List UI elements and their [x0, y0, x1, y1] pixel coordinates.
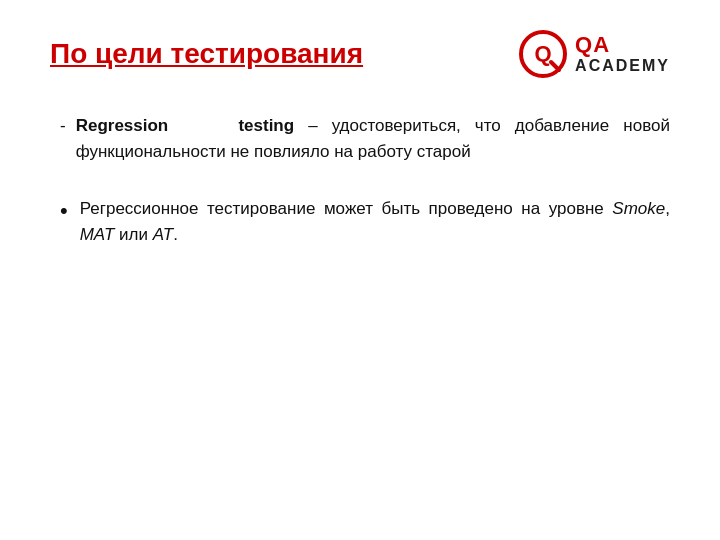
period: .: [173, 225, 178, 244]
bullet-dash-1: -: [60, 113, 66, 166]
mat-label: MAT: [80, 225, 115, 244]
bullet-item-2: • Регрессионное тестирование может быть …: [60, 196, 670, 249]
comma-sep: ,: [665, 199, 670, 218]
dash-separator: –: [308, 116, 331, 135]
text-block-2: Регрессионное тестирование может быть пр…: [80, 196, 670, 249]
qa-logo-icon: Q: [519, 30, 567, 78]
bullet-item-1: - Regression testing – удостовериться, ч…: [60, 113, 670, 166]
testing-label: testing: [238, 116, 294, 135]
header-row: По цели тестирования Q QA ACADEMY: [50, 30, 670, 78]
logo-qa-label: QA: [575, 33, 670, 57]
text-block-1: Regression testing – удостовериться, что…: [76, 113, 670, 166]
smoke-label: Smoke: [612, 199, 665, 218]
slide-title: По цели тестирования: [50, 38, 363, 70]
logo-container: Q QA ACADEMY: [519, 30, 670, 78]
at-label: AT: [153, 225, 173, 244]
slide-container: По цели тестирования Q QA ACADEMY - Regr…: [0, 0, 720, 540]
content-area: - Regression testing – удостовериться, ч…: [50, 113, 670, 248]
svg-line-2: [551, 62, 559, 70]
space-1: [182, 116, 224, 135]
bullet-dot-2: •: [60, 196, 68, 249]
logo-academy-label: ACADEMY: [575, 57, 670, 75]
bullet2-text-start: Регрессионное тестирование может быть пр…: [80, 199, 613, 218]
logo-text: QA ACADEMY: [575, 33, 670, 75]
or-text: или: [114, 225, 152, 244]
svg-text:Q: Q: [535, 41, 552, 66]
regression-label: Regression: [76, 116, 169, 135]
